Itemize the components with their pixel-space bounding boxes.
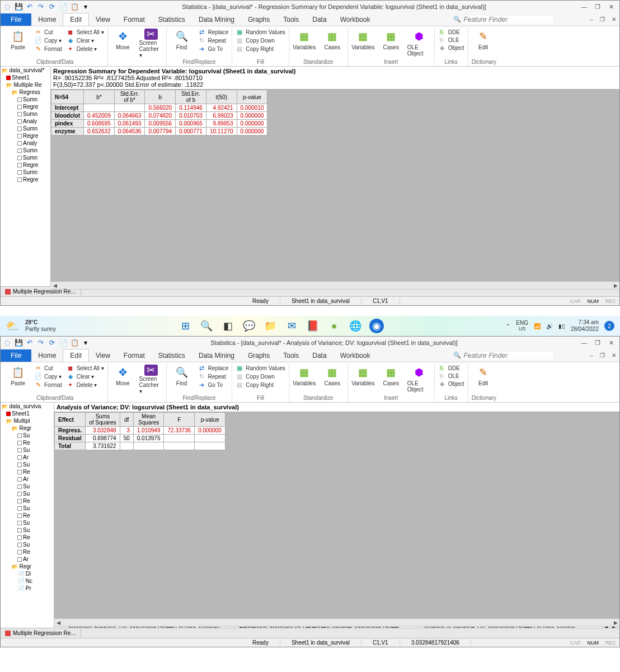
tree-item[interactable]: 📄 Nc xyxy=(1,577,54,585)
tab-datamining[interactable]: Data Mining xyxy=(192,349,241,362)
statistica-icon[interactable]: ◉ xyxy=(369,319,384,333)
tree-item[interactable]: Regre xyxy=(1,161,50,169)
object-button[interactable]: ◆Object xyxy=(438,44,464,52)
clear-button[interactable]: ◆Clear ▾ xyxy=(67,373,104,380)
format-button[interactable]: ✎Format xyxy=(34,381,62,389)
tree-item[interactable]: Re xyxy=(1,439,54,446)
tree-item[interactable]: Sumn xyxy=(1,169,50,176)
tree-regress[interactable]: Regress xyxy=(1,88,50,96)
qat-save-icon[interactable]: 💾 xyxy=(14,338,23,347)
tree-item[interactable]: Sumn xyxy=(1,154,50,161)
cell[interactable]: 3 xyxy=(120,427,133,435)
cell[interactable]: 0.566020 xyxy=(145,104,176,112)
std-variables-button[interactable]: ▦Variables xyxy=(293,365,316,386)
tray-lang[interactable]: ENG xyxy=(516,320,528,326)
col-header[interactable]: p-value xyxy=(237,90,267,104)
ole-object-button[interactable]: ⬢OLE Object xyxy=(407,29,431,57)
table-row[interactable]: Residual0.698774500.013975 xyxy=(55,435,226,442)
chat-icon[interactable]: 💬 xyxy=(242,319,256,333)
cell[interactable] xyxy=(164,435,195,442)
ins-cases-button[interactable]: ▦Cases xyxy=(379,365,403,386)
tab-statistics[interactable]: Statistics xyxy=(152,13,192,26)
file-tab[interactable]: File xyxy=(1,349,31,362)
qat-refresh-icon[interactable]: ⟳ xyxy=(48,338,57,347)
goto-button[interactable]: ➔Go To xyxy=(198,381,229,389)
tab-right-icon[interactable]: ▶ xyxy=(610,289,617,290)
cell[interactable]: 0.652632 xyxy=(84,128,115,136)
doctab-2[interactable]: 📄 Regression Summary for Dependent Varia… xyxy=(228,626,408,628)
cell[interactable]: 0.013975 xyxy=(133,435,164,442)
pdf-icon[interactable]: 📕 xyxy=(306,319,320,333)
tray-clock[interactable]: 7:34 am 28/04/2022 xyxy=(571,319,599,333)
cell[interactable]: 0.061493 xyxy=(114,120,145,128)
cell[interactable]: 0.009556 xyxy=(145,120,176,128)
tab-datamining[interactable]: Data Mining xyxy=(192,13,241,26)
object-button[interactable]: ◆Object xyxy=(438,380,464,388)
doctab-1[interactable]: 📄 Summary Statistics; DV: logsurvival (S… xyxy=(57,626,223,628)
ins-cases-button[interactable]: ▦Cases xyxy=(379,29,403,50)
tree-item[interactable]: Sumn xyxy=(1,125,50,132)
tree-item[interactable]: Regre xyxy=(1,176,50,183)
find-button[interactable]: 🔍Find xyxy=(170,29,194,50)
tree-item[interactable]: Su xyxy=(1,526,54,534)
restore-icon[interactable]: ❐ xyxy=(591,3,604,11)
tree-item[interactable]: 📄 Pr xyxy=(1,585,54,592)
goto-button[interactable]: ➔Go To xyxy=(198,45,229,53)
repeat-button[interactable]: ↻Repeat xyxy=(198,373,229,380)
qat-redo-icon[interactable]: ↷ xyxy=(36,2,45,11)
move-button[interactable]: ✥Move xyxy=(111,29,135,50)
tree-root[interactable]: data_survival* xyxy=(1,67,50,74)
col-header[interactable]: Std.Err.of b* xyxy=(114,90,145,104)
clear-button[interactable]: ◆Clear ▾ xyxy=(67,37,104,44)
tree-item[interactable]: Regre xyxy=(1,103,50,110)
dde-button[interactable]: ⎘DDE xyxy=(438,29,464,35)
tray-chevron-icon[interactable]: ⌃ xyxy=(506,323,510,329)
tree-sheet[interactable]: Sheet1 xyxy=(1,74,50,81)
cell[interactable]: 9.89853 xyxy=(206,120,237,128)
workbook-tab[interactable]: Multiple Regression Re… xyxy=(1,629,81,637)
tree-item[interactable]: Sumn xyxy=(1,96,50,103)
cell[interactable]: 0.000771 xyxy=(176,128,206,136)
close-icon[interactable]: ✕ xyxy=(605,339,617,347)
cell[interactable] xyxy=(114,104,145,112)
col-header[interactable]: t(50) xyxy=(206,90,237,104)
cell[interactable]: 0.000965 xyxy=(176,120,206,128)
tree-item[interactable]: Su xyxy=(1,519,54,526)
tab-left-icon[interactable]: ◀ xyxy=(603,626,609,628)
feature-finder-input[interactable] xyxy=(463,352,553,360)
tree-item[interactable]: 📄 Di xyxy=(1,570,54,577)
tree-item[interactable]: Ar xyxy=(1,454,54,461)
col-header[interactable]: MeanSquares xyxy=(133,413,164,427)
paste-button[interactable]: 📋Paste xyxy=(6,365,30,386)
tab-home[interactable]: Home xyxy=(31,13,63,26)
tab-view[interactable]: View xyxy=(89,13,117,26)
cell[interactable]: 0.000000 xyxy=(237,120,267,128)
move-button[interactable]: ✥Move xyxy=(111,365,135,386)
close-icon[interactable]: ✕ xyxy=(605,3,617,11)
mdi-close-icon[interactable]: ✕ xyxy=(608,352,619,358)
tree-multiple[interactable]: Multipl xyxy=(1,417,54,424)
explorer-icon[interactable]: 📁 xyxy=(263,319,278,333)
tab-tools[interactable]: Tools xyxy=(276,349,306,362)
volume-icon[interactable]: 🔊 xyxy=(546,323,553,329)
cell[interactable]: 0.452009 xyxy=(84,112,115,120)
cell[interactable]: 72.33736 xyxy=(164,427,195,435)
search-taskbar-icon[interactable]: 🔍 xyxy=(199,319,214,333)
weather-icon[interactable]: ⛅ xyxy=(6,319,20,333)
tree-item[interactable]: Re xyxy=(1,512,54,519)
cell[interactable]: 4.92421 xyxy=(206,104,237,112)
cell[interactable]: 50 xyxy=(120,435,133,442)
cell[interactable]: 0.010703 xyxy=(176,112,206,120)
cell[interactable] xyxy=(133,442,164,450)
tab-format[interactable]: Format xyxy=(117,349,152,362)
tab-statistics[interactable]: Statistics xyxy=(152,349,192,362)
ole-link-button[interactable]: ⎘OLE xyxy=(438,36,464,43)
find-button[interactable]: 🔍Find xyxy=(170,365,194,386)
mail-icon[interactable]: ✉ xyxy=(284,319,299,333)
tree-regr[interactable]: Regr xyxy=(1,424,54,432)
random-values-button[interactable]: ▦Random Values xyxy=(236,365,285,372)
app-green-icon[interactable]: ● xyxy=(327,319,341,333)
copy-right-button[interactable]: ▤Copy Right xyxy=(236,45,285,53)
tree-item[interactable]: Su xyxy=(1,541,54,548)
copy-button[interactable]: 📄Copy ▾ xyxy=(34,37,62,44)
